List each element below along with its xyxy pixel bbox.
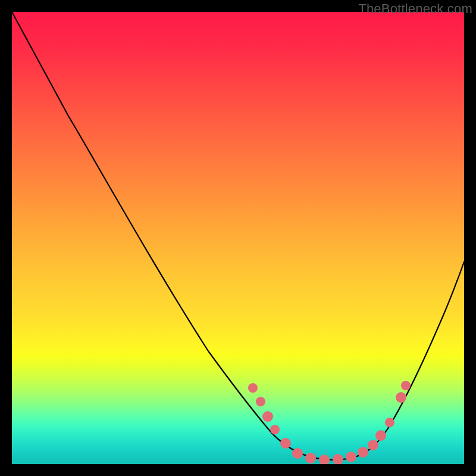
curve-marker-2 [262, 411, 273, 422]
curve-marker-7 [319, 455, 330, 464]
curve-marker-12 [375, 430, 386, 441]
curve-marker-5 [292, 448, 303, 459]
curve-marker-14 [396, 392, 406, 403]
curve-marker-9 [346, 452, 356, 462]
curve-marker-10 [358, 447, 368, 458]
curve-marker-8 [333, 454, 343, 464]
curve-marker-15 [401, 381, 411, 390]
curve-marker-11 [368, 440, 378, 450]
bottleneck-curve [12, 12, 464, 460]
chart-svg [12, 12, 464, 464]
marker-group [248, 381, 411, 464]
curve-marker-6 [305, 453, 316, 464]
curve-marker-4 [280, 438, 291, 449]
curve-marker-3 [270, 425, 280, 434]
curve-marker-0 [248, 383, 258, 393]
curve-marker-1 [256, 397, 265, 406]
curve-marker-13 [385, 418, 394, 427]
